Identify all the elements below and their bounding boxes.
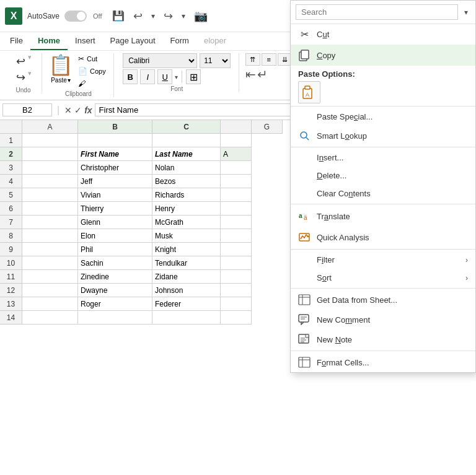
cell-d8[interactable] (221, 229, 252, 243)
row-header-2[interactable]: 2 (0, 147, 22, 161)
col-header-c[interactable]: C (152, 120, 221, 134)
paste-option-clipboard[interactable]: A (298, 81, 320, 103)
col-header-a[interactable]: A (22, 120, 78, 134)
format-painter-button[interactable]: 🖌 (76, 78, 108, 89)
border-button[interactable]: ⊞ (186, 69, 201, 84)
cell-c13[interactable]: Federer (152, 297, 221, 311)
cell-d3[interactable] (221, 161, 252, 175)
row-header-5[interactable]: 5 (0, 188, 22, 202)
tab-home[interactable]: Home (30, 32, 68, 50)
menu-item-delete[interactable]: Delete... (291, 167, 475, 185)
cell-b3[interactable]: Christopher (78, 161, 152, 175)
tab-form[interactable]: Form (163, 32, 196, 50)
underline-dropdown[interactable]: ▾ (175, 74, 178, 81)
underline-button[interactable]: U (157, 69, 172, 84)
font-family-select[interactable]: Calibri (123, 53, 197, 68)
cell-a10[interactable] (22, 256, 78, 270)
col-header-d[interactable] (221, 120, 252, 134)
cell-c6[interactable]: Henry (152, 202, 221, 216)
cell-d4[interactable] (221, 175, 252, 188)
row-header-3[interactable]: 3 (0, 161, 22, 175)
row-header-6[interactable]: 6 (0, 202, 22, 216)
menu-item-insert[interactable]: Insert... (291, 149, 475, 167)
redo-button[interactable]: ↪ (15, 69, 27, 85)
camera-icon[interactable]: 📷 (192, 8, 210, 24)
cell-b12[interactable]: Dwayne (78, 284, 152, 297)
font-size-select[interactable]: 11 (200, 53, 231, 68)
cell-c7[interactable]: McGrath (152, 216, 221, 229)
autosave-toggle[interactable] (64, 11, 87, 22)
align-middle-button[interactable]: ≡ (262, 53, 276, 66)
cell-a6[interactable] (22, 202, 78, 216)
indent-icon[interactable]: ⇤ (245, 67, 256, 82)
formula-check-icon[interactable]: ✓ (74, 105, 82, 115)
cell-c2[interactable]: Last Name (152, 147, 221, 161)
tab-developer[interactable]: eloper (196, 32, 234, 50)
save-icon[interactable]: 💾 (110, 9, 127, 23)
menu-item-smart-lookup[interactable]: Smart Lookup (291, 126, 475, 146)
paste-button[interactable]: 📋 Paste ▾ (48, 53, 73, 84)
cell-b13[interactable]: Roger (78, 297, 152, 311)
formula-cross-icon[interactable]: ✕ (64, 105, 72, 115)
cell-a3[interactable] (22, 161, 78, 175)
cell-b5[interactable]: Vivian (78, 188, 152, 202)
undo-dropdown-btn[interactable]: ▾ (28, 53, 32, 69)
menu-item-filter[interactable]: Filter › (291, 251, 475, 269)
paste-dropdown[interactable]: ▾ (68, 77, 71, 84)
cell-d2[interactable]: A (221, 147, 252, 161)
row-header-12[interactable]: 12 (0, 284, 22, 297)
cell-a1[interactable] (22, 134, 78, 147)
col-header-b[interactable]: B (78, 120, 152, 134)
cell-d9[interactable] (221, 243, 252, 256)
cell-a9[interactable] (22, 243, 78, 256)
menu-item-clear-contents[interactable]: Clear Contents (291, 185, 475, 203)
cell-reference[interactable]: B2 (2, 103, 52, 116)
cell-c10[interactable]: Tendulkar (152, 256, 221, 270)
row-header-1[interactable]: 1 (0, 134, 22, 147)
cell-b11[interactable]: Zinedine (78, 270, 152, 284)
context-search-input[interactable] (296, 4, 458, 20)
tab-file[interactable]: File (2, 32, 30, 50)
cell-a14[interactable] (22, 311, 78, 325)
cell-d1[interactable] (221, 134, 252, 147)
cell-d6[interactable] (221, 202, 252, 216)
redo-dropdown[interactable]: ▾ (179, 11, 188, 22)
menu-item-copy[interactable]: Copy (291, 45, 475, 66)
cell-a7[interactable] (22, 216, 78, 229)
copy-button[interactable]: 📄 Copy (76, 66, 108, 77)
row-header-13[interactable]: 13 (0, 297, 22, 311)
wrap-icon[interactable]: ↵ (257, 67, 268, 82)
cell-a8[interactable] (22, 229, 78, 243)
col-header-g[interactable]: G (252, 120, 283, 134)
redo-icon[interactable]: ↪ (161, 8, 175, 24)
cell-d12[interactable] (221, 284, 252, 297)
formula-fx-icon[interactable]: fx (84, 105, 92, 115)
row-header-10[interactable]: 10 (0, 256, 22, 270)
undo-icon[interactable]: ↩ (131, 8, 145, 24)
menu-item-cut[interactable]: ✂ Cut (291, 24, 475, 45)
cell-d14[interactable] (221, 311, 252, 325)
cell-b14[interactable] (78, 311, 152, 325)
cell-a5[interactable] (22, 188, 78, 202)
menu-item-translate[interactable]: a ä Translate (291, 206, 475, 227)
cell-b7[interactable]: Glenn (78, 216, 152, 229)
cell-d5[interactable] (221, 188, 252, 202)
redo-dropdown-btn[interactable]: ▾ (28, 69, 32, 85)
cell-c9[interactable]: Knight (152, 243, 221, 256)
tab-insert[interactable]: Insert (68, 32, 103, 50)
align-top-button[interactable]: ⇈ (245, 53, 260, 66)
cell-c8[interactable]: Musk (152, 229, 221, 243)
cell-b4[interactable]: Jeff (78, 175, 152, 188)
undo-button[interactable]: ↩ (15, 53, 27, 69)
cell-b2[interactable]: First Name (78, 147, 152, 161)
row-header-9[interactable]: 9 (0, 243, 22, 256)
row-header-11[interactable]: 11 (0, 270, 22, 284)
cell-a12[interactable] (22, 284, 78, 297)
italic-button[interactable]: I (140, 69, 155, 84)
cell-b6[interactable]: Thierry (78, 202, 152, 216)
menu-item-new-note[interactable]: New Note (291, 329, 475, 349)
menu-item-new-comment[interactable]: New Comment (291, 310, 475, 329)
cell-b1[interactable] (78, 134, 152, 147)
cell-c4[interactable]: Bezos (152, 175, 221, 188)
cell-c12[interactable]: Johnson (152, 284, 221, 297)
